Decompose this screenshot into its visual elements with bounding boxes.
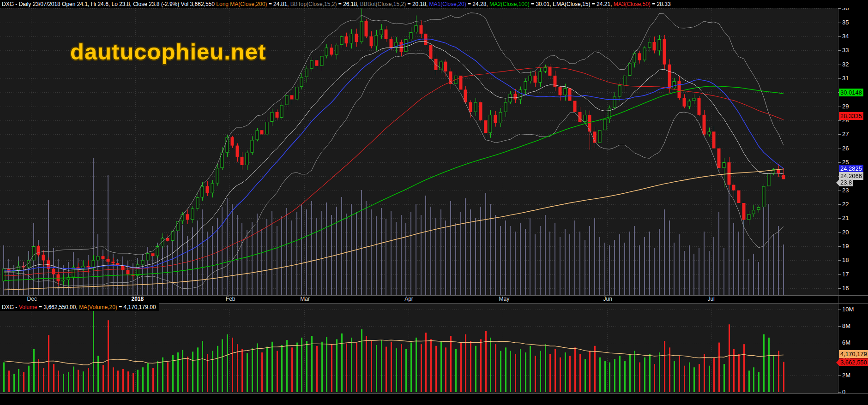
price-axis-label: 17 <box>842 271 861 278</box>
price-axis-label: 21 <box>842 214 861 221</box>
price-axis-label: 19 <box>842 243 861 250</box>
price-panel-title: DXG - Daily 23/07/2018 Open 24.1, Hi 24.… <box>0 0 868 8</box>
price-axis-tick <box>838 36 841 37</box>
badge-arrow <box>836 180 839 185</box>
panel-separator <box>0 393 868 394</box>
price-axis-tick <box>838 162 841 163</box>
title-segment: = 26.18, <box>337 1 360 7</box>
title-segment: = 3,662,550.00, <box>37 304 79 310</box>
price-axis-label: 33 <box>842 47 861 54</box>
volume-axis-tick <box>838 375 841 376</box>
price-axis-tick <box>838 218 841 219</box>
title-segment: MA2(Close,100) <box>489 1 530 7</box>
month-label-may: May <box>499 296 510 302</box>
volume-axis-label: 8M <box>842 322 861 329</box>
title-segment: EMA(Close,15) <box>553 1 590 7</box>
title-segment: = 4,170,179.00 <box>117 304 156 310</box>
title-segment: = 24.81, <box>267 1 290 7</box>
title-segment: Volume <box>19 304 37 310</box>
price-axis-label: 23 <box>842 187 861 194</box>
price-axis-tick <box>838 288 841 289</box>
title-segment: = 20.18, <box>406 1 429 7</box>
price-axis-tick <box>838 23 841 23</box>
month-label-dec: Dec <box>27 296 37 302</box>
price-axis-tick <box>838 204 841 205</box>
price-axis-tick <box>838 50 841 51</box>
price-axis-label: 26 <box>842 145 861 152</box>
month-label-2018: 2018 <box>131 296 144 302</box>
volume-axis-label: 2M <box>842 372 861 379</box>
volume-axis-tick <box>838 343 841 343</box>
axis-separator <box>838 8 838 393</box>
price-axis-tick <box>838 107 841 107</box>
price-axis-tick <box>838 232 841 233</box>
price-axis-tick <box>838 78 841 79</box>
price-axis-tick <box>838 274 841 275</box>
price-axis-tick <box>838 65 841 65</box>
volume-axis-tick <box>838 392 841 393</box>
title-segment: = 24.28, <box>466 1 489 7</box>
date-axis[interactable]: Dec2018FebMarAprMayJunJul <box>0 295 838 303</box>
price-axis-tick <box>838 246 841 247</box>
axis-value-badge: 28.3335 <box>839 112 863 120</box>
chart-window: dautucophieu.net DXG - Daily 23/07/2018 … <box>0 0 868 405</box>
title-segment: MA(Volume,20) <box>79 304 117 310</box>
title-segment: DXG - Daily 23/07/2018 Open 24.1, Hi 24.… <box>2 1 216 7</box>
axis-value-badge: 30.0148 <box>839 89 863 96</box>
volume-panel-title: DXG - Volume = 3,662,550.00, MA(Volume,2… <box>0 303 159 311</box>
price-axis-tick <box>838 120 841 121</box>
price-axis-tick <box>838 191 841 191</box>
axis-value-badge: 23.8 <box>839 179 853 186</box>
volume-axis-tick <box>838 310 841 310</box>
volume-axis-label: 6M <box>842 339 861 346</box>
badge-arrow <box>836 360 839 365</box>
price-axis-label: 22 <box>842 201 861 208</box>
volume-axis-label: 10M <box>842 306 861 313</box>
price-axis-tick <box>838 8 841 9</box>
price-axis-label: 16 <box>842 285 861 292</box>
month-label-jun: Jun <box>603 296 612 302</box>
month-label-mar: Mar <box>300 296 310 302</box>
price-axis-label: 20 <box>842 229 861 236</box>
axis-value-badge: 3,662,550 <box>839 358 868 366</box>
title-segment: DXG - <box>2 304 19 310</box>
volume-chart-canvas[interactable] <box>0 303 838 393</box>
title-segment: MA1(Close,20) <box>429 1 466 7</box>
month-label-jul: Jul <box>707 296 714 302</box>
price-axis-label: 32 <box>842 61 861 68</box>
price-axis-label: 34 <box>842 33 861 40</box>
panel-separator <box>0 295 868 296</box>
title-segment: BBBot(Close,15,2) <box>360 1 406 7</box>
axis-value-badge: 24.2825 <box>839 165 863 173</box>
bottom-strip <box>0 393 868 405</box>
price-axis-label: 18 <box>842 256 861 263</box>
watermark-logo: dautucophieu.net <box>70 39 266 65</box>
title-segment: Long MA(Close,200) <box>216 1 267 7</box>
month-label-feb: Feb <box>226 296 235 302</box>
price-axis-tick <box>838 149 841 149</box>
price-axis-tick <box>838 134 841 135</box>
price-axis-label: 31 <box>842 75 861 82</box>
title-segment: MA3(Close,50) <box>614 1 651 7</box>
price-axis-label: 29 <box>842 103 861 110</box>
month-label-apr: Apr <box>404 296 413 302</box>
title-segment: = 24.21, <box>590 1 613 7</box>
axis-value-badge: 4,170,179 <box>839 350 868 358</box>
price-axis-tick <box>838 260 841 261</box>
title-segment: = 30.01, <box>530 1 553 7</box>
title-segment: = 28.33 <box>651 1 671 7</box>
price-axis-label: 27 <box>842 131 861 137</box>
price-axis-label: 35 <box>842 19 861 26</box>
volume-axis-tick <box>838 326 841 327</box>
title-segment: BBTop(Close,15,2) <box>290 1 337 7</box>
